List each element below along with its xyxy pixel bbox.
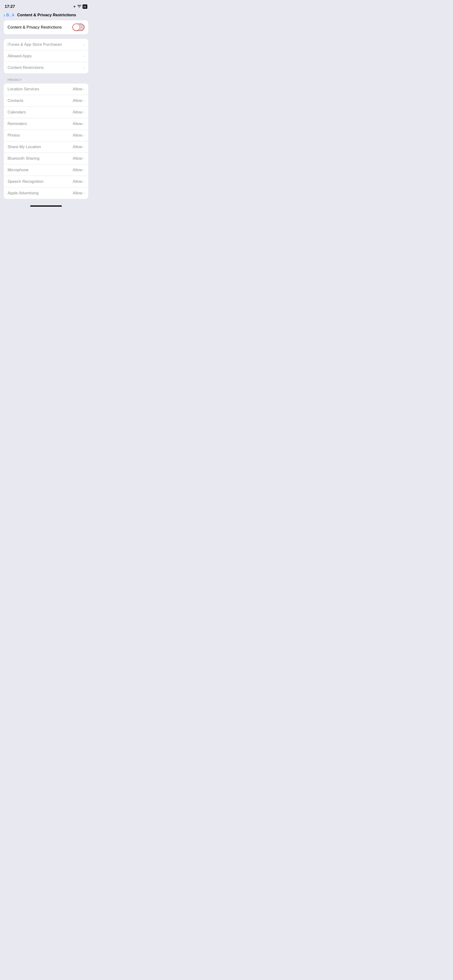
apple-advertising-chevron: › — [83, 191, 85, 195]
speech-recognition-label: Speech Recognition — [8, 179, 43, 184]
battery-icon: 62 — [83, 5, 87, 9]
home-indicator — [0, 204, 92, 208]
allowed-apps-row[interactable]: Allowed Apps › — [4, 51, 88, 62]
status-bar: 17:27 ✈ 62 — [0, 0, 92, 12]
bluetooth-sharing-label: Bluetooth Sharing — [8, 156, 40, 161]
speech-recognition-chevron: › — [83, 180, 85, 184]
allowed-apps-right: › — [83, 54, 85, 58]
bluetooth-sharing-chevron: › — [83, 156, 85, 161]
location-services-row[interactable]: Location Services Allow › — [4, 83, 88, 95]
microphone-row[interactable]: Microphone Allow › — [4, 164, 88, 176]
bluetooth-sharing-right: Allow › — [73, 156, 85, 161]
reminders-right: Allow › — [73, 121, 85, 126]
nav-bar: ‹ B...k Content & Privacy Restrictions — [0, 12, 92, 20]
nav-title: Content & Privacy Restrictions — [17, 13, 76, 18]
reminders-chevron: › — [83, 122, 85, 126]
back-label: B...k — [6, 13, 14, 18]
itunes-appstore-row[interactable]: iTunes & App Store Purchases › — [4, 39, 88, 51]
content-restrictions-label: Content Restrictions — [8, 65, 44, 70]
microphone-chevron: › — [83, 168, 85, 172]
speech-recognition-right: Allow › — [73, 179, 85, 184]
photos-value: Allow — [73, 133, 82, 138]
content-privacy-toggle-row: Content & Privacy Restrictions — [4, 20, 88, 34]
apple-advertising-row[interactable]: Apple Advertising Allow › — [4, 188, 88, 199]
itunes-appstore-chevron: › — [83, 43, 85, 47]
content-restrictions-chevron: › — [83, 65, 85, 70]
privacy-section-header: PRIVACY — [4, 78, 88, 83]
contacts-right: Allow › — [73, 99, 85, 103]
location-services-value: Allow — [73, 87, 82, 92]
reminders-label: Reminders — [8, 121, 27, 126]
share-location-value: Allow — [73, 145, 82, 149]
calendars-value: Allow — [73, 110, 82, 115]
share-location-label: Share My Location — [8, 145, 41, 149]
contacts-label: Contacts — [8, 99, 23, 103]
contacts-row[interactable]: Contacts Allow › — [4, 95, 88, 107]
apple-advertising-label: Apple Advertising — [8, 191, 38, 196]
wifi-icon — [77, 5, 81, 8]
content-privacy-toggle[interactable] — [72, 24, 85, 31]
status-time: 17:27 — [5, 4, 15, 9]
photos-label: Photos — [8, 133, 20, 138]
photos-right: Allow › — [73, 133, 85, 138]
share-location-row[interactable]: Share My Location Allow › — [4, 141, 88, 153]
allowed-apps-label: Allowed Apps — [8, 54, 32, 59]
back-button[interactable]: ‹ B...k — [4, 13, 14, 18]
apple-advertising-right: Allow › — [73, 191, 85, 196]
itunes-appstore-label: iTunes & App Store Purchases — [8, 42, 62, 47]
content: Content & Privacy Restrictions iTunes & … — [0, 20, 92, 199]
allowed-apps-chevron: › — [83, 54, 85, 58]
apple-advertising-value: Allow — [73, 191, 82, 196]
bluetooth-sharing-value: Allow — [73, 156, 82, 161]
calendars-label: Calendars — [8, 110, 26, 115]
photos-chevron: › — [83, 133, 85, 137]
home-bar — [30, 205, 62, 207]
itunes-appstore-right: › — [83, 43, 85, 47]
share-location-chevron: › — [83, 145, 85, 149]
location-services-label: Location Services — [8, 87, 39, 92]
contacts-chevron: › — [83, 99, 85, 103]
privacy-section: Location Services Allow › Contacts Allow… — [4, 83, 88, 199]
back-chevron-icon: ‹ — [4, 13, 5, 18]
calendars-row[interactable]: Calendars Allow › — [4, 107, 88, 118]
airplane-icon: ✈ — [73, 5, 76, 8]
contacts-value: Allow — [73, 99, 82, 103]
photos-row[interactable]: Photos Allow › — [4, 130, 88, 141]
content-restrictions-right: › — [83, 65, 85, 70]
location-services-right: Allow › — [73, 87, 85, 92]
microphone-right: Allow › — [73, 168, 85, 172]
location-services-chevron: › — [83, 87, 85, 91]
reminders-row[interactable]: Reminders Allow › — [4, 118, 88, 130]
calendars-chevron: › — [83, 110, 85, 115]
microphone-label: Microphone — [8, 168, 29, 172]
content-restrictions-row[interactable]: Content Restrictions › — [4, 62, 88, 73]
speech-recognition-value: Allow — [73, 179, 82, 184]
microphone-value: Allow — [73, 168, 82, 172]
toggle-label: Content & Privacy Restrictions — [8, 25, 62, 30]
reminders-value: Allow — [73, 121, 82, 126]
share-location-right: Allow › — [73, 145, 85, 149]
menu-section: iTunes & App Store Purchases › Allowed A… — [4, 39, 88, 73]
calendars-right: Allow › — [73, 110, 85, 115]
speech-recognition-row[interactable]: Speech Recognition Allow › — [4, 176, 88, 188]
status-icons: ✈ 62 — [73, 5, 87, 9]
bluetooth-sharing-row[interactable]: Bluetooth Sharing Allow › — [4, 153, 88, 164]
